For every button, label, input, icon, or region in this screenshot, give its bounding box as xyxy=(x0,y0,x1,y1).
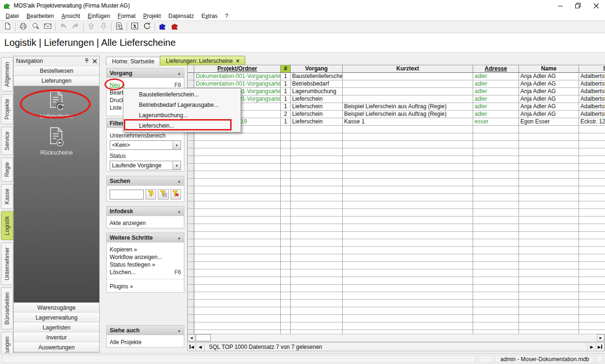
collapse-icon[interactable]: ▲ xyxy=(177,179,181,183)
cell-num[interactable] xyxy=(281,224,291,232)
cell-vorgang[interactable] xyxy=(291,201,343,209)
table-row-empty[interactable] xyxy=(188,186,605,194)
cell-num[interactable] xyxy=(281,285,291,292)
cell-name[interactable] xyxy=(519,186,579,194)
weitere-kopieren[interactable]: Kopieren » xyxy=(110,246,181,253)
filter-apply-button[interactable] xyxy=(146,189,156,199)
cell-strasse[interactable] xyxy=(579,277,605,285)
cell-sel[interactable] xyxy=(188,209,194,217)
redo-button[interactable] xyxy=(69,21,82,32)
last-record-button[interactable]: ▶ xyxy=(596,343,605,351)
cell-adresse[interactable] xyxy=(473,277,519,285)
cell-strasse[interactable] xyxy=(579,285,605,292)
undo-button[interactable] xyxy=(57,21,69,32)
cell-vorgang[interactable]: Baustellenlieferschein xyxy=(291,73,343,80)
cell-name[interactable] xyxy=(519,262,579,269)
cell-project[interactable] xyxy=(194,247,281,254)
table-row-empty[interactable] xyxy=(188,148,605,156)
cell-project[interactable]: Dokumentation-001-Vorgangsarten xyxy=(194,73,281,80)
unternehmensbereich-select[interactable]: <Kein> ▼ xyxy=(110,140,181,150)
table-row-empty[interactable] xyxy=(188,269,605,277)
cell-adresse[interactable]: adler xyxy=(473,73,519,80)
cell-num[interactable] xyxy=(281,300,291,307)
excel-export-button[interactable]: X xyxy=(129,21,141,32)
cell-num[interactable] xyxy=(281,217,291,224)
previous-record-button[interactable]: ◀ xyxy=(196,343,205,351)
cell-num[interactable] xyxy=(281,164,291,171)
cell-adresse[interactable] xyxy=(473,232,519,239)
cell-strasse[interactable]: Adalbertst xyxy=(579,111,605,118)
cell-name[interactable] xyxy=(519,277,579,285)
cell-name[interactable] xyxy=(519,133,579,141)
collapse-icon[interactable]: ▲ xyxy=(177,209,181,214)
cell-project[interactable] xyxy=(194,292,281,300)
cell-name[interactable] xyxy=(519,148,579,156)
cell-strasse[interactable] xyxy=(579,292,605,300)
table-row-empty[interactable] xyxy=(188,201,605,209)
tab-home-startseite[interactable]: Home: Startseite xyxy=(106,57,160,66)
nav-item-auswertungen[interactable]: Auswertungen xyxy=(14,342,99,352)
cell-name[interactable] xyxy=(519,141,579,148)
context-menu-item-betriebsbedarf-lagerausgabe[interactable]: Betriebsbedarf Lagerausgabe... xyxy=(123,100,241,110)
panel-infodesk-header[interactable]: Infodesk ▲ xyxy=(107,207,184,216)
cell-num[interactable] xyxy=(281,262,291,269)
cell-adresse[interactable] xyxy=(473,300,519,307)
search-input[interactable] xyxy=(110,190,144,199)
table-row-empty[interactable] xyxy=(188,232,605,239)
cell-num[interactable] xyxy=(281,209,291,217)
cell-strasse[interactable] xyxy=(579,262,605,269)
cell-name[interactable] xyxy=(519,126,579,133)
cell-name[interactable] xyxy=(519,247,579,254)
cell-name[interactable]: Anja Adler AG xyxy=(519,73,579,80)
cell-adresse[interactable] xyxy=(473,171,519,179)
table-row[interactable]: 2LieferscheinBeispiel Lieferschein aus A… xyxy=(188,111,605,118)
menu-ansicht[interactable]: Ansicht xyxy=(58,12,84,20)
cell-kurztext[interactable] xyxy=(343,194,473,201)
cell-vorgang[interactable] xyxy=(291,254,343,262)
table-row-empty[interactable] xyxy=(188,315,605,322)
nav-item-lagerlisten[interactable]: Lagerlisten xyxy=(14,322,99,332)
cell-sel[interactable] xyxy=(188,179,194,186)
cell-name[interactable] xyxy=(519,269,579,277)
cell-adresse[interactable] xyxy=(473,262,519,269)
cell-vorgang[interactable] xyxy=(291,285,343,292)
cell-adresse[interactable] xyxy=(473,179,519,186)
context-menu-item-baustellenlieferschein[interactable]: Baustellenlieferschein... xyxy=(123,89,241,100)
cell-strasse[interactable] xyxy=(579,224,605,232)
cell-vorgang[interactable] xyxy=(291,307,343,315)
cell-strasse[interactable] xyxy=(579,300,605,307)
collapse-icon[interactable]: ▲ xyxy=(177,329,181,333)
cell-adresse[interactable] xyxy=(473,285,519,292)
cell-kurztext[interactable] xyxy=(343,224,473,232)
nav-shortcut-rückscheine[interactable]: Rückscheine xyxy=(14,126,99,156)
cell-sel[interactable] xyxy=(188,80,194,88)
cell-project[interactable] xyxy=(194,171,281,179)
email-button[interactable] xyxy=(42,21,54,32)
table-row-empty[interactable] xyxy=(188,194,605,201)
cell-adresse[interactable] xyxy=(473,269,519,277)
cell-num[interactable] xyxy=(281,201,291,209)
cell-sel[interactable] xyxy=(188,224,194,232)
cell-sel[interactable] xyxy=(188,254,194,262)
menu-?[interactable]: ? xyxy=(221,12,232,20)
cell-strasse[interactable] xyxy=(579,322,605,330)
cell-strasse[interactable] xyxy=(579,194,605,201)
table-row-empty[interactable] xyxy=(188,179,605,186)
cell-vorgang[interactable]: Lieferschein xyxy=(291,103,343,111)
table-row-empty[interactable] xyxy=(188,292,605,300)
new-document-button[interactable] xyxy=(1,21,14,32)
cell-vorgang[interactable] xyxy=(291,315,343,322)
cell-num[interactable]: 1 xyxy=(281,95,291,103)
table-row-empty[interactable] xyxy=(188,224,605,232)
cell-kurztext[interactable] xyxy=(343,179,473,186)
refresh-button[interactable] xyxy=(141,21,153,32)
cell-strasse[interactable] xyxy=(579,156,605,164)
cell-name[interactable] xyxy=(519,315,579,322)
infodesk-akte-anzeigen[interactable]: Akte anzeigen xyxy=(110,219,181,227)
cell-sel[interactable] xyxy=(188,201,194,209)
cell-strasse[interactable] xyxy=(579,141,605,148)
table-row[interactable]: Dokumentation-001-Vorgangsarten1Betriebs… xyxy=(188,80,605,88)
cell-strasse[interactable] xyxy=(579,126,605,133)
cell-num[interactable] xyxy=(281,307,291,315)
cell-project[interactable]: Dokumentation-001-Vorgangsarten xyxy=(194,80,281,88)
